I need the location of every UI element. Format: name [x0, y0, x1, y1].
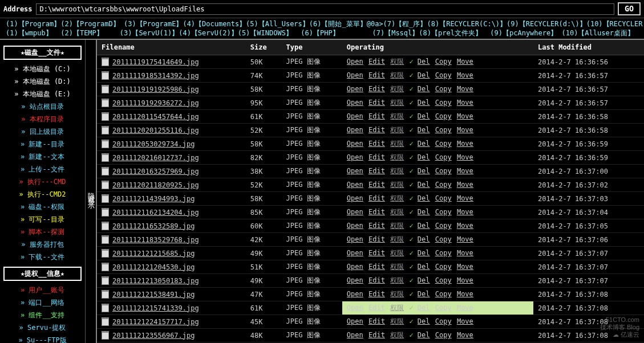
op-open[interactable]: Open — [347, 71, 363, 79]
table-row[interactable]: 20111121183529768.jpg42KJPEG 图像Open Edit… — [97, 233, 644, 247]
op-edit[interactable]: Edit — [368, 249, 385, 257]
op-open[interactable]: Open — [347, 181, 363, 189]
op-copy[interactable]: Copy — [435, 276, 452, 284]
file-link[interactable]: 20111120115457644.jpg — [112, 113, 199, 121]
op-copy[interactable]: Copy — [435, 331, 452, 339]
sidebar-item[interactable]: » 组件__支持 — [6, 309, 79, 321]
op-edit[interactable]: Edit — [368, 331, 385, 339]
op-move[interactable]: Move — [457, 317, 473, 325]
op-edit[interactable]: Edit — [368, 317, 385, 325]
op-open[interactable]: Open — [347, 208, 363, 216]
op-open[interactable]: Open — [347, 317, 363, 325]
op-del[interactable]: Del — [418, 85, 430, 93]
go-button[interactable]: GO — [618, 2, 641, 15]
op-perm[interactable]: 权限 — [390, 249, 404, 257]
op-edit[interactable]: Edit — [368, 58, 385, 66]
op-edit[interactable]: Edit — [368, 276, 385, 284]
table-row[interactable]: 20111121215741339.jpg61KJPEG 图像Open Edit… — [97, 301, 644, 315]
op-move[interactable]: Move — [457, 276, 473, 284]
op-open[interactable]: Open — [347, 126, 363, 134]
op-perm[interactable]: 权限 — [390, 99, 404, 107]
op-perm[interactable]: 权限 — [390, 222, 404, 230]
op-move[interactable]: Move — [457, 290, 473, 298]
op-open[interactable]: Open — [347, 167, 363, 175]
file-link[interactable]: 20111121213050183.jpg — [112, 277, 199, 285]
op-perm[interactable]: 权限 — [390, 58, 404, 66]
op-move[interactable]: Move — [457, 181, 473, 189]
op-edit[interactable]: Edit — [368, 112, 385, 120]
file-link[interactable]: 20111120163257969.jpg — [112, 168, 199, 175]
op-open[interactable]: Open — [347, 222, 363, 230]
quick-links-bar[interactable]: (1)【Program】(2)【ProgramD】 (3)【ProgramE】(… — [0, 18, 644, 40]
sidebar-item[interactable]: » 端口__网络 — [6, 297, 79, 309]
op-copy[interactable]: Copy — [435, 208, 452, 216]
op-copy[interactable]: Copy — [435, 290, 452, 298]
table-row[interactable]: 20111119185314392.jpg74KJPEG 图像Open Edit… — [97, 69, 644, 83]
op-move[interactable]: Move — [457, 167, 473, 175]
op-copy[interactable]: Copy — [435, 304, 452, 312]
op-open[interactable]: Open — [347, 331, 363, 339]
op-move[interactable]: Move — [457, 331, 473, 339]
op-edit[interactable]: Edit — [368, 85, 385, 93]
op-perm[interactable]: 权限 — [390, 126, 404, 134]
op-del[interactable]: Del — [418, 276, 430, 284]
op-move[interactable]: Move — [457, 194, 473, 202]
op-perm[interactable]: 权限 — [390, 85, 404, 93]
table-row[interactable]: 2011112053029734.jpg58KJPEG 图像Open Edit … — [97, 137, 644, 151]
op-del[interactable]: Del — [418, 290, 430, 298]
sidebar-item[interactable]: » 服务器打包 — [6, 239, 79, 251]
op-open[interactable]: Open — [347, 276, 363, 284]
op-edit[interactable]: Edit — [368, 290, 385, 298]
table-row[interactable]: 2011112123556967.jpg48KJPEG 图像Open Edit … — [97, 329, 644, 342]
op-del[interactable]: Del — [418, 317, 430, 325]
col-size[interactable]: Size — [246, 40, 282, 55]
op-perm[interactable]: 权限 — [390, 112, 404, 120]
op-copy[interactable]: Copy — [435, 249, 452, 257]
op-move[interactable]: Move — [457, 235, 473, 243]
address-input[interactable] — [36, 3, 614, 15]
op-edit[interactable]: Edit — [368, 153, 385, 161]
sidebar-item[interactable]: » 新建--目录 — [6, 138, 79, 150]
file-link[interactable]: 20111119191925986.jpg — [112, 85, 199, 93]
op-copy[interactable]: Copy — [435, 112, 452, 120]
op-open[interactable]: Open — [347, 304, 363, 312]
op-move[interactable]: Move — [457, 99, 473, 107]
op-perm[interactable]: 权限 — [390, 167, 404, 175]
table-row[interactable]: 20111119175414649.jpg50KJPEG 图像Open Edit… — [97, 55, 644, 69]
table-row[interactable]: 20111121162134204.jpg85KJPEG 图像Open Edit… — [97, 206, 644, 219]
sidebar-item[interactable]: » 本地磁盘 (E:) — [6, 88, 79, 100]
op-open[interactable]: Open — [347, 263, 363, 271]
op-move[interactable]: Move — [457, 304, 473, 312]
table-row[interactable]: 20111120216012737.jpg82KJPEG 图像Open Edit… — [97, 151, 644, 165]
col-operating[interactable]: Operating — [342, 40, 533, 55]
op-del[interactable]: Del — [418, 263, 430, 271]
op-perm[interactable]: 权限 — [390, 208, 404, 216]
op-move[interactable]: Move — [457, 263, 473, 271]
op-move[interactable]: Move — [457, 222, 473, 230]
op-move[interactable]: Move — [457, 71, 473, 79]
table-row[interactable]: 20111120201255116.jpg52KJPEG 图像Open Edit… — [97, 124, 644, 137]
op-del[interactable]: Del — [418, 331, 430, 339]
file-link[interactable]: 2011112053029734.jpg — [112, 140, 195, 148]
sidebar-item[interactable]: » 本地磁盘 (D:) — [6, 76, 79, 88]
sidebar-item[interactable]: » 本地磁盘 (C:) — [6, 63, 79, 75]
file-link[interactable]: 2011112123556967.jpg — [112, 332, 195, 340]
op-move[interactable]: Move — [457, 85, 473, 93]
op-open[interactable]: Open — [347, 99, 363, 107]
sidebar-item[interactable]: » 站点根目录 — [6, 101, 79, 113]
op-edit[interactable]: Edit — [368, 167, 385, 175]
op-copy[interactable]: Copy — [435, 99, 452, 107]
file-link[interactable]: 20111121183529768.jpg — [112, 236, 199, 244]
op-del[interactable]: Del — [418, 153, 430, 161]
col-filename[interactable]: Filename — [97, 40, 246, 55]
op-perm[interactable]: 权限 — [390, 263, 404, 271]
table-row[interactable]: 2011112121204530.jpg51KJPEG 图像Open Edit … — [97, 260, 644, 274]
op-del[interactable]: Del — [418, 126, 430, 134]
op-edit[interactable]: Edit — [368, 222, 385, 230]
sidebar-item[interactable]: » 新建--文本 — [6, 151, 79, 163]
op-move[interactable]: Move — [457, 58, 473, 66]
table-row[interactable]: 2011112121538491.jpg47KJPEG 图像Open Edit … — [97, 288, 644, 301]
table-row[interactable]: 2011112116532589.jpg60KJPEG 图像Open Edit … — [97, 219, 644, 233]
file-link[interactable]: 2011112121215685.jpg — [112, 250, 195, 258]
table-row[interactable]: 2011112121215685.jpg49KJPEG 图像Open Edit … — [97, 247, 644, 260]
